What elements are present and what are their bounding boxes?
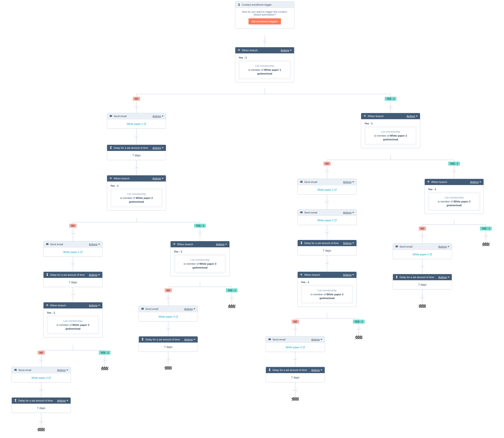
actions-menu[interactable]: Actions xyxy=(57,399,68,402)
branch-yes-pill: YES - 1 xyxy=(385,97,396,101)
email-link[interactable]: White paper 2 xyxy=(317,219,337,222)
ifthen-branch[interactable]: If/then branchActions Yes - 1List member… xyxy=(107,175,166,210)
ifthen-branch[interactable]: If/then branchActions Yes - 1List member… xyxy=(361,113,420,148)
add-step-button[interactable] xyxy=(198,231,202,235)
branch-icon xyxy=(300,273,303,276)
delay-node[interactable]: Delay for a set amount of timeActions 7 … xyxy=(11,397,71,413)
actions-menu[interactable]: Actions xyxy=(184,338,195,341)
add-step-button[interactable] xyxy=(39,388,43,392)
email-link[interactable]: White paper 2 xyxy=(63,251,83,253)
add-step-button[interactable] xyxy=(421,296,424,299)
add-step-button[interactable] xyxy=(293,357,297,361)
add-step-button[interactable] xyxy=(293,388,297,392)
add-step-button[interactable] xyxy=(103,358,107,362)
add-step-button[interactable] xyxy=(135,166,138,170)
add-step-button[interactable] xyxy=(263,39,267,43)
add-step-button[interactable] xyxy=(135,135,138,139)
actions-menu[interactable]: Actions xyxy=(184,307,195,310)
ifthen-branch[interactable]: If/then branchActions Yes - 1List member… xyxy=(298,272,357,307)
actions-menu[interactable]: Actions xyxy=(343,211,354,214)
actions-menu[interactable]: Actions xyxy=(407,115,418,118)
send-email-node[interactable]: Send emailActions White paper 2 xyxy=(298,209,357,225)
actions-menu[interactable]: Actions xyxy=(470,181,481,183)
branch-no-pill: NO xyxy=(323,162,331,166)
actions-menu[interactable]: Actions xyxy=(343,181,354,183)
actions-menu[interactable]: Actions xyxy=(152,146,163,149)
hourglass-icon xyxy=(395,275,398,279)
actions-menu[interactable]: Actions xyxy=(343,274,354,276)
add-step-button[interactable] xyxy=(293,327,297,331)
actions-menu[interactable]: Actions xyxy=(216,243,227,246)
end-flag xyxy=(355,336,362,339)
add-step-button[interactable] xyxy=(421,264,424,268)
ifthen-branch[interactable]: If/then branch Actions Yes - 1 List memb… xyxy=(235,47,294,82)
send-email-node[interactable]: Send emailActions White paper 1 xyxy=(107,113,166,129)
actions-menu[interactable]: Actions xyxy=(438,245,449,248)
ifthen-branch[interactable]: If/then branchActions Yes - 1List member… xyxy=(43,302,103,337)
trigger-node[interactable]: Contact enrollment trigger How do you wa… xyxy=(235,1,294,28)
add-step-button[interactable] xyxy=(71,262,75,266)
send-email-node[interactable]: Send emailActions White paper 2 xyxy=(43,241,103,257)
add-step-button[interactable] xyxy=(39,358,43,362)
delay-node[interactable]: Delay for a set amount of timeActions 7 … xyxy=(107,145,166,160)
actions-menu[interactable]: Actions xyxy=(89,304,100,307)
add-step-button[interactable] xyxy=(325,262,329,265)
add-step-button[interactable] xyxy=(452,169,456,173)
actions-menu[interactable]: Actions xyxy=(152,115,163,118)
actions-menu[interactable]: Actions xyxy=(281,49,292,52)
branch-yes-pill: YES - 1 xyxy=(353,320,365,324)
trigger-body: How do you want to trigger this contact-… xyxy=(235,8,294,28)
end-flag xyxy=(419,305,426,308)
branch-yes-pill: YES - 1 xyxy=(448,162,460,166)
email-link[interactable]: White paper 3 xyxy=(159,315,178,318)
add-step-button[interactable] xyxy=(71,293,75,296)
add-step-button[interactable] xyxy=(484,234,488,238)
branch-yes-pill: YES - 1 xyxy=(194,224,206,228)
add-step-button[interactable] xyxy=(166,358,170,361)
actions-menu[interactable]: Actions xyxy=(89,274,100,276)
branch-yes-pill: YES - 1 xyxy=(480,227,492,231)
add-step-button[interactable] xyxy=(389,105,392,109)
end-flag xyxy=(228,305,235,308)
add-step-button[interactable] xyxy=(357,327,361,331)
send-email-node[interactable]: Send emailActions White paper 3 xyxy=(393,243,452,259)
delay-node[interactable]: Delay for a set amount of timeActions 7 … xyxy=(393,274,452,289)
add-step-button[interactable] xyxy=(166,327,170,330)
email-link[interactable]: White paper 1 xyxy=(127,122,146,125)
ifthen-branch[interactable]: If/then branchActions Yes - 1List member… xyxy=(170,241,230,276)
actions-menu[interactable]: Actions xyxy=(89,243,100,246)
delay-node[interactable]: Delay for a set amount of timeActions 7 … xyxy=(298,240,357,255)
hourglass-icon xyxy=(300,241,303,245)
person-icon xyxy=(238,3,241,6)
add-step-button[interactable] xyxy=(71,231,75,235)
email-link[interactable]: White paper 3 xyxy=(413,253,432,256)
send-email-node[interactable]: Send emailActions White paper 3 xyxy=(11,367,71,383)
actions-menu[interactable]: Actions xyxy=(57,369,68,372)
add-step-button[interactable] xyxy=(135,105,138,109)
actions-menu[interactable]: Actions xyxy=(438,276,449,279)
email-link[interactable]: White paper 3 xyxy=(286,346,305,349)
hourglass-icon xyxy=(14,399,17,402)
add-step-button[interactable] xyxy=(421,234,424,238)
actions-menu[interactable]: Actions xyxy=(343,242,354,244)
add-step-button[interactable] xyxy=(325,230,329,234)
delay-node[interactable]: Delay for a set amount of timeActions 7 … xyxy=(266,367,325,382)
actions-menu[interactable]: Actions xyxy=(152,177,163,180)
actions-menu[interactable]: Actions xyxy=(311,338,322,341)
delay-node[interactable]: Delay for a set amount of timeActions 7 … xyxy=(43,272,103,287)
ifthen-branch[interactable]: If/then branchActions Yes - 1List member… xyxy=(424,179,484,214)
add-step-button[interactable] xyxy=(39,420,43,423)
email-link[interactable]: White paper 2 xyxy=(317,188,337,191)
email-link[interactable]: White paper 3 xyxy=(32,376,51,379)
add-step-button[interactable] xyxy=(166,296,170,300)
actions-menu[interactable]: Actions xyxy=(311,369,322,372)
delay-node[interactable]: Delay for a set amount of timeActions 7 … xyxy=(138,336,198,352)
send-email-node[interactable]: Send emailActions White paper 2 xyxy=(298,179,357,194)
set-triggers-button[interactable]: Set enrollment triggers xyxy=(249,18,281,24)
send-email-node[interactable]: Send emailActions White paper 3 xyxy=(138,306,198,321)
add-step-button[interactable] xyxy=(325,169,329,173)
email-icon xyxy=(141,307,144,311)
send-email-node[interactable]: Send emailActions White paper 3 xyxy=(266,336,325,352)
add-step-button[interactable] xyxy=(325,200,329,204)
add-step-button[interactable] xyxy=(230,296,234,300)
